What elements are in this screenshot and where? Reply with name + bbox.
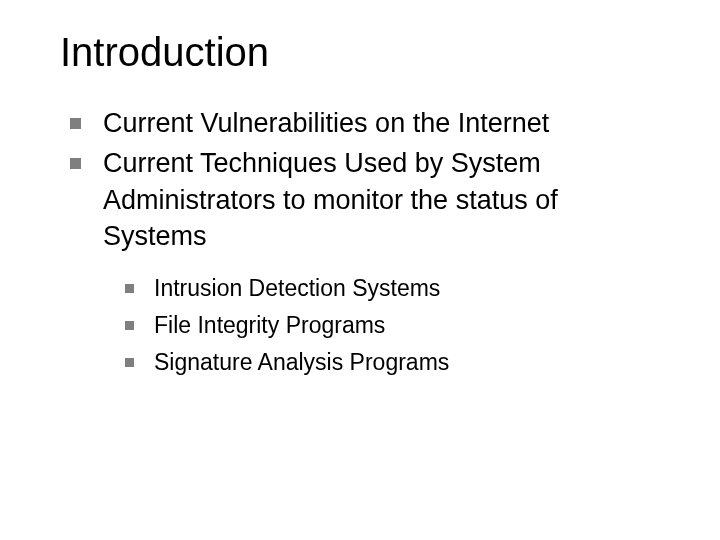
bullet-square-icon bbox=[70, 118, 81, 129]
bullet-square-icon bbox=[125, 358, 134, 367]
list-item: Current Vulnerabilities on the Internet bbox=[70, 105, 660, 141]
list-item: Signature Analysis Programs bbox=[125, 347, 660, 378]
sub-bullet-list: Intrusion Detection Systems File Integri… bbox=[125, 273, 660, 378]
bullet-text: Intrusion Detection Systems bbox=[154, 273, 660, 304]
bullet-text: File Integrity Programs bbox=[154, 310, 660, 341]
list-item: Intrusion Detection Systems bbox=[125, 273, 660, 304]
bullet-list: Current Vulnerabilities on the Internet … bbox=[70, 105, 660, 255]
bullet-text: Current Vulnerabilities on the Internet bbox=[103, 105, 660, 141]
bullet-square-icon bbox=[125, 321, 134, 330]
bullet-text: Current Techniques Used by System Admini… bbox=[103, 145, 660, 254]
bullet-square-icon bbox=[70, 158, 81, 169]
list-item: File Integrity Programs bbox=[125, 310, 660, 341]
bullet-text: Signature Analysis Programs bbox=[154, 347, 660, 378]
slide-title: Introduction bbox=[60, 30, 660, 75]
slide: Introduction Current Vulnerabilities on … bbox=[0, 0, 720, 540]
list-item: Current Techniques Used by System Admini… bbox=[70, 145, 660, 254]
bullet-square-icon bbox=[125, 284, 134, 293]
